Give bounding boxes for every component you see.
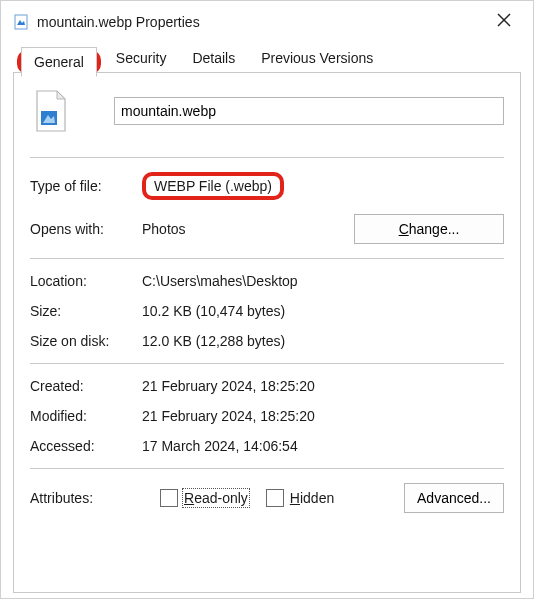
size-label: Size: <box>30 303 142 319</box>
close-icon <box>497 13 511 27</box>
divider <box>30 258 504 259</box>
filename-input[interactable] <box>114 97 504 125</box>
general-panel: Type of file: WEBP File (.webp) Opens wi… <box>13 73 521 593</box>
hidden-label[interactable]: Hidden <box>290 490 334 506</box>
type-of-file-value: WEBP File (.webp) <box>154 178 272 194</box>
opens-with-label: Opens with: <box>30 221 142 237</box>
file-large-icon <box>30 89 72 133</box>
properties-window: mountain.webp Properties General Securit… <box>0 0 534 599</box>
readonly-label[interactable]: Read-only <box>184 490 248 506</box>
created-label: Created: <box>30 378 142 394</box>
location-value: C:\Users\mahes\Desktop <box>142 273 504 289</box>
tab-previous-versions[interactable]: Previous Versions <box>248 43 386 73</box>
tab-strip: General Security Details Previous Versio… <box>13 42 521 73</box>
tab-details[interactable]: Details <box>179 43 248 73</box>
location-label: Location: <box>30 273 142 289</box>
svg-marker-5 <box>57 91 65 99</box>
close-button[interactable] <box>489 9 519 34</box>
type-of-file-label: Type of file: <box>30 178 142 194</box>
divider <box>30 468 504 469</box>
advanced-button[interactable]: Advanced... <box>404 483 504 513</box>
size-on-disk-value: 12.0 KB (12,288 bytes) <box>142 333 504 349</box>
created-value: 21 February 2024, 18:25:20 <box>142 378 504 394</box>
size-value: 10.2 KB (10,474 bytes) <box>142 303 504 319</box>
file-type-icon <box>13 14 29 30</box>
tab-general[interactable]: General <box>21 47 97 77</box>
modified-value: 21 February 2024, 18:25:20 <box>142 408 504 424</box>
opens-with-value: Photos <box>142 221 354 237</box>
highlight-general-tab: General <box>17 50 101 74</box>
divider <box>30 363 504 364</box>
modified-label: Modified: <box>30 408 142 424</box>
tab-security[interactable]: Security <box>103 43 180 73</box>
divider <box>30 157 504 158</box>
highlight-type-value: WEBP File (.webp) <box>142 172 284 200</box>
readonly-checkbox[interactable] <box>160 489 178 507</box>
size-on-disk-label: Size on disk: <box>30 333 142 349</box>
hidden-checkbox[interactable] <box>266 489 284 507</box>
change-button[interactable]: Change... <box>354 214 504 244</box>
accessed-label: Accessed: <box>30 438 142 454</box>
attributes-label: Attributes: <box>30 490 142 506</box>
titlebar: mountain.webp Properties <box>1 1 533 40</box>
accessed-value: 17 March 2024, 14:06:54 <box>142 438 504 454</box>
window-title: mountain.webp Properties <box>37 14 481 30</box>
